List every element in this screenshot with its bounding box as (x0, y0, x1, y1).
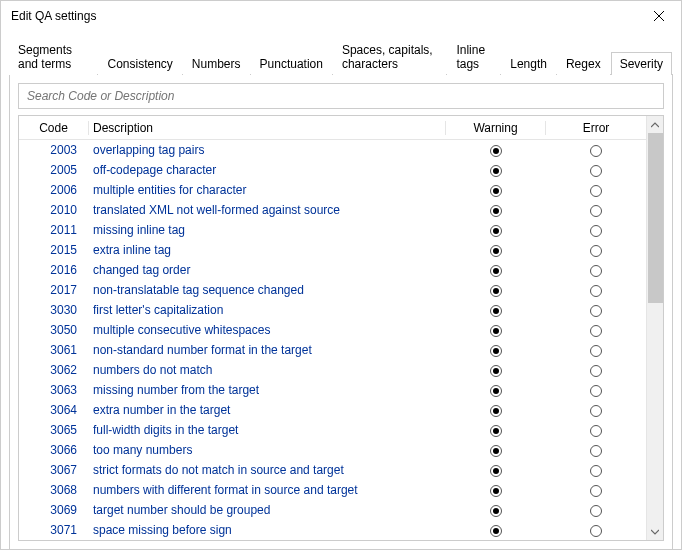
close-button[interactable] (637, 1, 681, 31)
radio-error[interactable] (590, 265, 602, 277)
radio-error[interactable] (590, 165, 602, 177)
table-row[interactable]: 3067strict formats do not match in sourc… (19, 460, 646, 480)
radio-error[interactable] (590, 205, 602, 217)
radio-warning[interactable] (490, 505, 502, 517)
table-row[interactable]: 3064extra number in the target (19, 400, 646, 420)
table-row[interactable]: 3061non-standard number format in the ta… (19, 340, 646, 360)
radio-warning[interactable] (490, 525, 502, 537)
radio-warning[interactable] (490, 185, 502, 197)
tab-severity[interactable]: Severity (611, 52, 672, 75)
cell-code: 3066 (19, 443, 89, 457)
search-input[interactable] (25, 88, 657, 104)
radio-error[interactable] (590, 185, 602, 197)
tab-strip: Segments and termsConsistencyNumbersPunc… (9, 31, 673, 75)
table-row[interactable]: 2017non-translatable tag sequence change… (19, 280, 646, 300)
tab-inline-tags[interactable]: Inline tags (447, 38, 500, 75)
scroll-up-arrow-icon[interactable] (647, 116, 664, 133)
radio-warning[interactable] (490, 485, 502, 497)
radio-error[interactable] (590, 325, 602, 337)
radio-error[interactable] (590, 145, 602, 157)
table-row[interactable]: 3065full-width digits in the target (19, 420, 646, 440)
header-code[interactable]: Code (19, 121, 89, 135)
header-warning[interactable]: Warning (446, 121, 546, 135)
table-row[interactable]: 3068numbers with different format in sou… (19, 480, 646, 500)
cell-error (546, 503, 646, 517)
radio-error[interactable] (590, 225, 602, 237)
cell-error (546, 223, 646, 237)
cell-warning (446, 303, 546, 317)
table-row[interactable]: 3066too many numbers (19, 440, 646, 460)
cell-description: overlapping tag pairs (89, 143, 446, 157)
table-row[interactable]: 2010translated XML not well-formed again… (19, 200, 646, 220)
tab-spaces-capitals-characters[interactable]: Spaces, capitals, characters (333, 38, 447, 75)
table-row[interactable]: 2005off-codepage character (19, 160, 646, 180)
tab-segments-and-terms[interactable]: Segments and terms (9, 38, 97, 75)
radio-error[interactable] (590, 305, 602, 317)
cell-error (546, 483, 646, 497)
radio-warning[interactable] (490, 305, 502, 317)
table-row[interactable]: 2006multiple entities for character (19, 180, 646, 200)
cell-description: space missing before sign (89, 523, 446, 537)
vertical-scrollbar[interactable] (646, 116, 663, 540)
radio-warning[interactable] (490, 145, 502, 157)
radio-warning[interactable] (490, 245, 502, 257)
radio-error[interactable] (590, 425, 602, 437)
radio-error[interactable] (590, 285, 602, 297)
table-row[interactable]: 3069target number should be grouped (19, 500, 646, 520)
tab-regex[interactable]: Regex (557, 52, 610, 75)
cell-warning (446, 243, 546, 257)
window-title: Edit QA settings (11, 9, 96, 23)
radio-warning[interactable] (490, 405, 502, 417)
table-row[interactable]: 3063missing number from the target (19, 380, 646, 400)
radio-warning[interactable] (490, 445, 502, 457)
table-row[interactable]: 2003overlapping tag pairs (19, 140, 646, 160)
scroll-thumb[interactable] (648, 133, 663, 303)
table-row[interactable]: 2015extra inline tag (19, 240, 646, 260)
radio-warning[interactable] (490, 285, 502, 297)
tab-punctuation[interactable]: Punctuation (251, 52, 332, 75)
cell-warning (446, 163, 546, 177)
radio-error[interactable] (590, 465, 602, 477)
radio-error[interactable] (590, 445, 602, 457)
radio-warning[interactable] (490, 465, 502, 477)
table-row[interactable]: 2011missing inline tag (19, 220, 646, 240)
radio-warning[interactable] (490, 205, 502, 217)
radio-warning[interactable] (490, 385, 502, 397)
header-error[interactable]: Error (546, 121, 646, 135)
radio-error[interactable] (590, 345, 602, 357)
tab-consistency[interactable]: Consistency (98, 52, 181, 75)
table-row[interactable]: 3030first letter's capitalization (19, 300, 646, 320)
cell-error (546, 443, 646, 457)
radio-warning[interactable] (490, 265, 502, 277)
scroll-down-arrow-icon[interactable] (647, 523, 664, 540)
radio-error[interactable] (590, 405, 602, 417)
tab-length[interactable]: Length (501, 52, 556, 75)
table-row[interactable]: 3071space missing before sign (19, 520, 646, 540)
cell-code: 2006 (19, 183, 89, 197)
radio-warning[interactable] (490, 325, 502, 337)
table-row[interactable]: 3062numbers do not match (19, 360, 646, 380)
radio-error[interactable] (590, 485, 602, 497)
radio-warning[interactable] (490, 365, 502, 377)
header-description[interactable]: Description (89, 121, 446, 135)
radio-error[interactable] (590, 525, 602, 537)
radio-error[interactable] (590, 245, 602, 257)
cell-error (546, 463, 646, 477)
radio-error[interactable] (590, 505, 602, 517)
radio-warning[interactable] (490, 425, 502, 437)
radio-error[interactable] (590, 385, 602, 397)
radio-warning[interactable] (490, 345, 502, 357)
cell-error (546, 243, 646, 257)
cell-warning (446, 283, 546, 297)
cell-code: 2011 (19, 223, 89, 237)
table-row[interactable]: 2016changed tag order (19, 260, 646, 280)
tab-numbers[interactable]: Numbers (183, 52, 250, 75)
radio-error[interactable] (590, 365, 602, 377)
radio-warning[interactable] (490, 165, 502, 177)
radio-warning[interactable] (490, 225, 502, 237)
cell-code: 3064 (19, 403, 89, 417)
table-row[interactable]: 3050multiple consecutive whitespaces (19, 320, 646, 340)
cell-description: full-width digits in the target (89, 423, 446, 437)
grid-header: Code Description Warning Error (19, 116, 646, 140)
cell-description: changed tag order (89, 263, 446, 277)
